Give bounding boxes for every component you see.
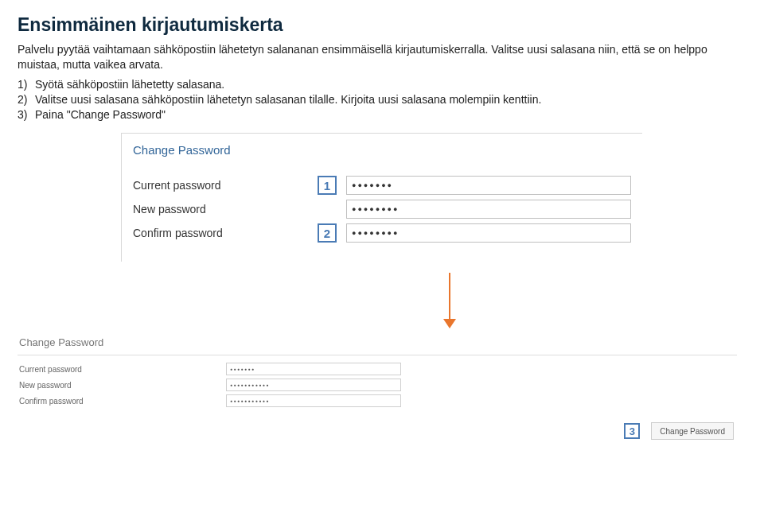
new-password-input[interactable]: ●●●●●●●● [346, 200, 631, 219]
current-password-input[interactable]: ●●●●●●● [346, 176, 631, 195]
new-password-row: New password ●●●●●●●●●●● [19, 378, 735, 392]
action-bar: 3 Change Password [18, 422, 737, 440]
step-number: 1) [18, 77, 35, 92]
confirm-password-label: Confirm password [19, 397, 226, 406]
new-password-row: New password ●●●●●●●● [133, 198, 631, 220]
confirm-password-input[interactable]: ●●●●●●●● [346, 223, 631, 243]
current-password-row: Current password 1 ●●●●●●● [133, 174, 631, 196]
change-password-panel-small: Change Password Current password ●●●●●●●… [18, 333, 737, 440]
panel-title: Change Password [122, 134, 642, 166]
step-text: Paina "Change Password" [35, 107, 166, 122]
step-text: Syötä sähköpostiin lähetetty salasana. [35, 77, 224, 92]
confirm-password-label: Confirm password [133, 227, 318, 239]
step-list: 1) Syötä sähköpostiin lähetetty salasana… [18, 77, 746, 122]
current-password-input[interactable]: ●●●●●●● [226, 363, 401, 375]
panel-title: Change Password [18, 333, 737, 355]
new-password-label: New password [19, 381, 226, 390]
step-text: Valitse uusi salasana sähköpostiin lähet… [35, 92, 541, 107]
change-password-panel-large: Change Password Current password 1 ●●●●●… [121, 133, 642, 262]
step-item: 2) Valitse uusi salasana sähköpostiin lä… [18, 92, 746, 107]
step-item: 1) Syötä sähköpostiin lähetetty salasana… [18, 77, 746, 92]
current-password-label: Current password [19, 365, 226, 374]
new-password-label: New password [133, 203, 318, 216]
change-password-button[interactable]: Change Password [651, 422, 734, 440]
step-number: 3) [18, 107, 35, 122]
intro-paragraph: Palvelu pyytää vaihtamaan sähköpostiin l… [18, 42, 746, 72]
page-heading: Ensimmäinen kirjautumiskerta [18, 14, 746, 36]
confirm-password-row: Confirm password ●●●●●●●●●●● [19, 394, 735, 408]
step-number: 2) [18, 92, 35, 107]
step-item: 3) Paina "Change Password" [18, 107, 746, 122]
callout-marker-2: 2 [318, 223, 337, 243]
confirm-password-row: Confirm password 2 ●●●●●●●● [133, 222, 631, 244]
current-password-row: Current password ●●●●●●● [19, 362, 735, 376]
current-password-label: Current password [133, 179, 318, 192]
arrow-down-icon [442, 273, 458, 330]
callout-marker-3: 3 [624, 423, 640, 439]
callout-marker-1: 1 [318, 176, 337, 195]
new-password-input[interactable]: ●●●●●●●●●●● [226, 379, 401, 391]
confirm-password-input[interactable]: ●●●●●●●●●●● [226, 394, 401, 407]
